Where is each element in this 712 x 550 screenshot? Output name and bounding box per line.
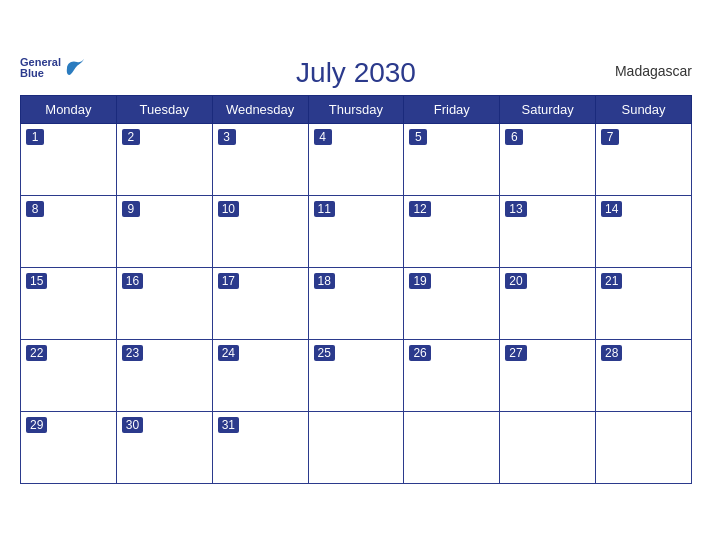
calendar-day-cell: 8 — [21, 195, 117, 267]
calendar-thead: Monday Tuesday Wednesday Thursday Friday… — [21, 95, 692, 123]
calendar-day-cell — [596, 411, 692, 483]
calendar-day-cell: 2 — [116, 123, 212, 195]
logo-blue-text: Blue — [20, 68, 61, 79]
calendar-day-cell: 23 — [116, 339, 212, 411]
header-friday: Friday — [404, 95, 500, 123]
header-thursday: Thursday — [308, 95, 404, 123]
day-number: 22 — [26, 345, 47, 361]
calendar-day-cell: 14 — [596, 195, 692, 267]
calendar-day-cell: 29 — [21, 411, 117, 483]
day-number: 15 — [26, 273, 47, 289]
day-number: 25 — [314, 345, 335, 361]
calendar-day-cell: 31 — [212, 411, 308, 483]
calendar-day-cell: 9 — [116, 195, 212, 267]
day-number: 1 — [26, 129, 44, 145]
day-number: 14 — [601, 201, 622, 217]
calendar-day-cell: 22 — [21, 339, 117, 411]
calendar-day-cell: 27 — [500, 339, 596, 411]
day-number: 29 — [26, 417, 47, 433]
day-number: 10 — [218, 201, 239, 217]
calendar-table: Monday Tuesday Wednesday Thursday Friday… — [20, 95, 692, 484]
day-number: 4 — [314, 129, 332, 145]
calendar-day-cell: 3 — [212, 123, 308, 195]
header-monday: Monday — [21, 95, 117, 123]
calendar-day-cell: 6 — [500, 123, 596, 195]
day-number: 2 — [122, 129, 140, 145]
calendar-day-cell: 25 — [308, 339, 404, 411]
day-number: 16 — [122, 273, 143, 289]
day-number: 17 — [218, 273, 239, 289]
header-tuesday: Tuesday — [116, 95, 212, 123]
day-number: 24 — [218, 345, 239, 361]
day-number: 9 — [122, 201, 140, 217]
header-sunday: Sunday — [596, 95, 692, 123]
day-number: 18 — [314, 273, 335, 289]
calendar-day-cell: 15 — [21, 267, 117, 339]
calendar-country: Madagascar — [615, 63, 692, 79]
calendar-day-cell: 4 — [308, 123, 404, 195]
calendar-day-cell — [308, 411, 404, 483]
day-number: 28 — [601, 345, 622, 361]
calendar-day-cell: 28 — [596, 339, 692, 411]
day-number: 31 — [218, 417, 239, 433]
day-number: 20 — [505, 273, 526, 289]
calendar-body: 1234567891011121314151617181920212223242… — [21, 123, 692, 483]
day-number: 6 — [505, 129, 523, 145]
day-number: 13 — [505, 201, 526, 217]
day-number: 7 — [601, 129, 619, 145]
logo-area: General Blue — [20, 57, 85, 79]
weekday-header-row: Monday Tuesday Wednesday Thursday Friday… — [21, 95, 692, 123]
calendar-week-row: 22232425262728 — [21, 339, 692, 411]
day-number: 27 — [505, 345, 526, 361]
calendar-week-row: 293031 — [21, 411, 692, 483]
calendar-day-cell: 30 — [116, 411, 212, 483]
calendar-day-cell: 7 — [596, 123, 692, 195]
calendar-week-row: 891011121314 — [21, 195, 692, 267]
calendar-header: General Blue July 2030 Madagascar — [20, 57, 692, 89]
day-number: 8 — [26, 201, 44, 217]
day-number: 26 — [409, 345, 430, 361]
calendar-day-cell: 20 — [500, 267, 596, 339]
header-saturday: Saturday — [500, 95, 596, 123]
day-number: 11 — [314, 201, 335, 217]
day-number: 23 — [122, 345, 143, 361]
calendar-day-cell: 13 — [500, 195, 596, 267]
calendar-title: July 2030 — [20, 57, 692, 89]
calendar-wrapper: General Blue July 2030 Madagascar Monday… — [0, 47, 712, 504]
calendar-week-row: 1234567 — [21, 123, 692, 195]
calendar-week-row: 15161718192021 — [21, 267, 692, 339]
calendar-day-cell: 21 — [596, 267, 692, 339]
calendar-day-cell: 11 — [308, 195, 404, 267]
logo-bird-icon — [63, 58, 85, 78]
calendar-day-cell — [500, 411, 596, 483]
calendar-day-cell — [404, 411, 500, 483]
day-number: 12 — [409, 201, 430, 217]
calendar-day-cell: 18 — [308, 267, 404, 339]
calendar-day-cell: 12 — [404, 195, 500, 267]
day-number: 3 — [218, 129, 236, 145]
day-number: 5 — [409, 129, 427, 145]
calendar-day-cell: 26 — [404, 339, 500, 411]
calendar-day-cell: 17 — [212, 267, 308, 339]
day-number: 21 — [601, 273, 622, 289]
header-wednesday: Wednesday — [212, 95, 308, 123]
logo-general-text: General — [20, 57, 61, 68]
day-number: 19 — [409, 273, 430, 289]
calendar-day-cell: 24 — [212, 339, 308, 411]
calendar-day-cell: 5 — [404, 123, 500, 195]
calendar-day-cell: 10 — [212, 195, 308, 267]
calendar-day-cell: 19 — [404, 267, 500, 339]
day-number: 30 — [122, 417, 143, 433]
calendar-day-cell: 16 — [116, 267, 212, 339]
calendar-day-cell: 1 — [21, 123, 117, 195]
